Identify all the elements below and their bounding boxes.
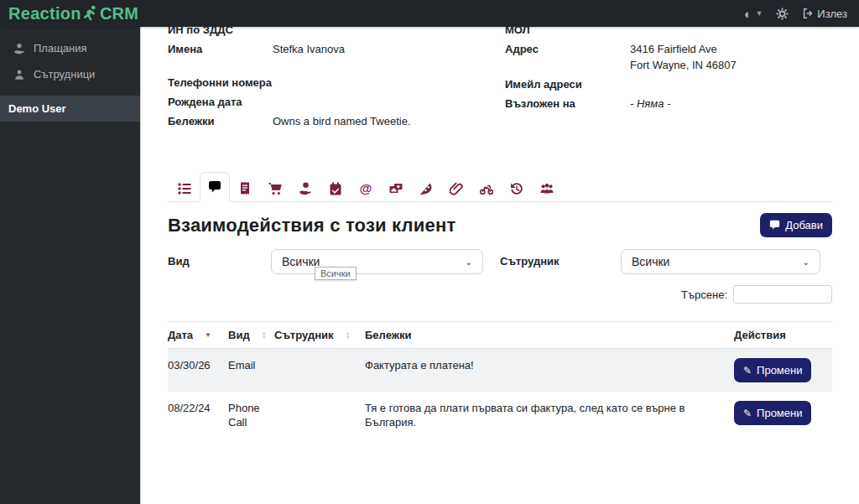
sidebar-item-payments[interactable]: Плащания: [0, 35, 140, 61]
hand-holding-dollar-icon: [13, 43, 25, 55]
at-sign-icon: @: [360, 182, 372, 195]
tab-strip: @: [168, 172, 832, 202]
shopping-cart-icon: [268, 182, 282, 195]
customer-details: ИН по ЗДДС ИменаStefka Ivanova Телефонни…: [168, 27, 832, 132]
sidebar-item-employees[interactable]: Сътрудници: [0, 61, 140, 87]
employee-filter-select[interactable]: Всички ⌄: [621, 249, 820, 274]
sidebar-item-label: Сътрудници: [34, 68, 95, 81]
employee-filter-value: Всички: [632, 255, 669, 268]
cell-employee: [274, 349, 365, 392]
comment-icon: [208, 180, 221, 194]
cell-type: Email: [228, 349, 274, 392]
brand-crm: CRM: [100, 4, 138, 23]
field-label: Имена: [168, 41, 273, 57]
calendar-check-icon: [329, 182, 342, 195]
sort-desc-icon: ▼: [205, 331, 211, 339]
cell-employee: [274, 392, 365, 439]
employee-filter-label: Сътрудник: [500, 249, 621, 268]
cell-date: 08/22/24: [168, 392, 228, 439]
tab-emails[interactable]: @: [351, 175, 381, 201]
field-label: Бележки: [168, 113, 273, 129]
brand-reaction: Reaction: [8, 4, 81, 23]
search-input[interactable]: [733, 285, 832, 304]
sign-out-icon: [802, 8, 814, 19]
field-value: Owns a bird named Tweetie.: [273, 113, 411, 129]
table-row: 08/22/24 Phone Call Тя е готова да плати…: [168, 392, 832, 439]
field-label: Имейл адреси: [505, 76, 630, 92]
tab-deliveries[interactable]: [471, 175, 502, 201]
field-label: Адрес: [505, 41, 630, 73]
user-group-icon: [540, 182, 554, 195]
field-label: МОЛ: [505, 27, 630, 38]
chevron-down-icon: ▼: [755, 9, 763, 18]
top-bar: Reaction CRM ◐ ▼ Излез: [0, 0, 859, 27]
column-header-employee[interactable]: Сътрудник▲▼: [274, 322, 365, 349]
field-value: Stefka Ivanova: [273, 41, 345, 57]
column-header-type[interactable]: Вид▲▼: [228, 322, 274, 349]
column-header-date[interactable]: Дата▼: [168, 322, 228, 349]
add-button-label: Добави: [785, 219, 823, 231]
sort-icon: ▲▼: [262, 331, 267, 340]
receipt-icon: [238, 182, 252, 195]
page-title: Взаимодействия с този клиент: [168, 215, 456, 236]
pencil-icon: ✎: [743, 366, 752, 376]
settings-button[interactable]: [776, 8, 789, 20]
edit-interaction-button[interactable]: ✎Промени: [734, 358, 811, 382]
interactions-table: Дата▼ Вид▲▼ Сътрудник▲▼ Бележки Действия…: [168, 321, 832, 439]
gear-icon: [776, 8, 789, 20]
column-header-notes: Бележки: [365, 322, 734, 349]
column-header-actions: Действия: [734, 322, 832, 349]
logout-label: Излез: [817, 8, 847, 20]
motorcycle-icon: [480, 182, 493, 195]
tab-transfers[interactable]: [381, 175, 411, 201]
list-check-icon: [178, 182, 191, 195]
field-label: Рождена дата: [168, 94, 273, 110]
tab-interactions[interactable]: [200, 172, 230, 202]
edit-interaction-button[interactable]: ✎Промени: [734, 401, 811, 425]
cell-type: Phone Call: [228, 392, 274, 439]
runner-icon: [82, 5, 99, 22]
field-label: Телефонни номера: [168, 75, 273, 91]
tab-team[interactable]: [532, 175, 562, 201]
theme-toggle[interactable]: ◐ ▼: [744, 8, 763, 20]
add-interaction-button[interactable]: Добави: [760, 213, 832, 237]
field-label: Възложен на: [505, 96, 630, 112]
money-transfer-icon: [389, 182, 403, 195]
user-name: Demo User: [8, 102, 66, 115]
chevron-down-icon: ⌄: [466, 257, 472, 267]
field-value: - Няма -: [630, 96, 670, 112]
field-value: 3416 Fairfield Ave Fort Wayne, IN 46807: [630, 41, 737, 73]
sort-icon: ▲▼: [346, 331, 351, 340]
sidebar-item-label: Плащания: [34, 42, 87, 55]
sidebar: Плащания Сътрудници Demo User: [0, 27, 141, 504]
field-label: ИН по ЗДДС: [168, 27, 273, 38]
tab-invoices[interactable]: [230, 175, 260, 201]
type-filter-label: Вид: [168, 249, 271, 268]
comment-icon: [769, 220, 780, 231]
logout-button[interactable]: Излез: [802, 8, 847, 20]
tab-tasks[interactable]: [169, 175, 200, 201]
app-logo[interactable]: Reaction CRM: [0, 4, 138, 23]
tab-attachments[interactable]: [441, 175, 471, 201]
user-icon: [13, 69, 25, 81]
table-row: 03/30/26 Email Фактурата е платена! ✎Про…: [168, 349, 832, 392]
cell-date: 03/30/26: [168, 349, 228, 392]
type-filter-select[interactable]: Всички ⌄: [271, 249, 483, 274]
pencil-icon: ✎: [743, 408, 752, 418]
tab-orders[interactable]: [260, 175, 290, 201]
sidebar-user-section[interactable]: Demo User: [0, 96, 140, 122]
search-label: Търсене:: [681, 288, 727, 301]
tab-food[interactable]: [411, 175, 441, 201]
cell-notes: Тя е готова да плати първата си фактура,…: [365, 392, 734, 439]
main-content: ИН по ЗДДС ИменаStefka Ivanova Телефонни…: [141, 27, 859, 504]
tab-payments[interactable]: [290, 175, 320, 201]
chevron-down-icon: ⌄: [803, 257, 810, 267]
contrast-icon: ◐: [744, 8, 752, 20]
history-icon: [510, 182, 523, 195]
pizza-slice-icon: [419, 182, 433, 195]
tab-history[interactable]: [502, 175, 532, 201]
cell-notes: Фактурата е платена!: [365, 349, 734, 392]
paperclip-icon: [450, 182, 463, 195]
select-tooltip: Всички: [315, 267, 357, 280]
tab-appointments[interactable]: [320, 175, 351, 201]
